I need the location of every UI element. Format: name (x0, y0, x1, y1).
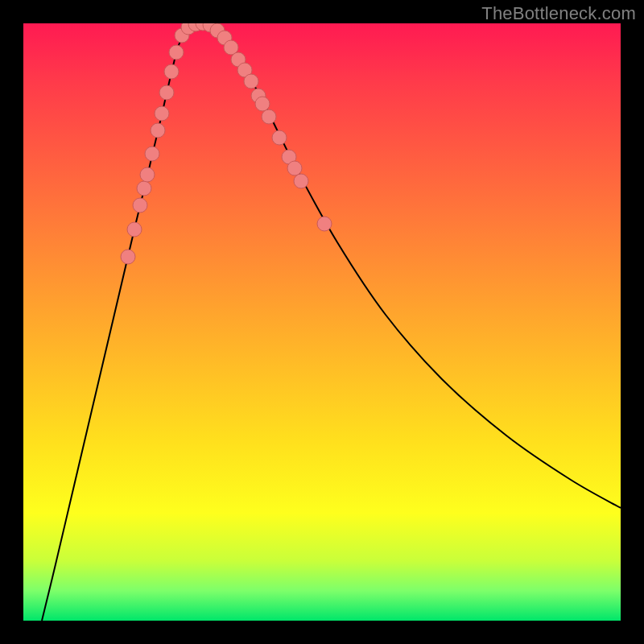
data-marker (272, 130, 287, 145)
data-marker (140, 167, 155, 182)
data-marker (287, 161, 302, 175)
plot-area (23, 23, 621, 621)
data-marker (121, 250, 135, 264)
watermark-text: TheBottleneck.com (481, 3, 636, 24)
data-marker (262, 109, 276, 124)
bottleneck-curve-path (42, 23, 621, 621)
data-marker (159, 85, 174, 100)
data-marker (164, 64, 179, 79)
data-marker (137, 181, 151, 196)
data-marker (244, 74, 258, 89)
data-marker (255, 97, 270, 111)
data-marker (155, 106, 169, 121)
data-marker (151, 123, 165, 138)
data-marker (317, 217, 332, 231)
curve-svg (23, 23, 621, 621)
chart-frame: TheBottleneck.com (0, 0, 644, 644)
data-marker (294, 174, 308, 188)
data-marker (169, 45, 184, 60)
data-marker (133, 198, 147, 213)
data-marker (127, 222, 142, 237)
data-marker (145, 147, 159, 161)
marker-group (121, 23, 332, 264)
